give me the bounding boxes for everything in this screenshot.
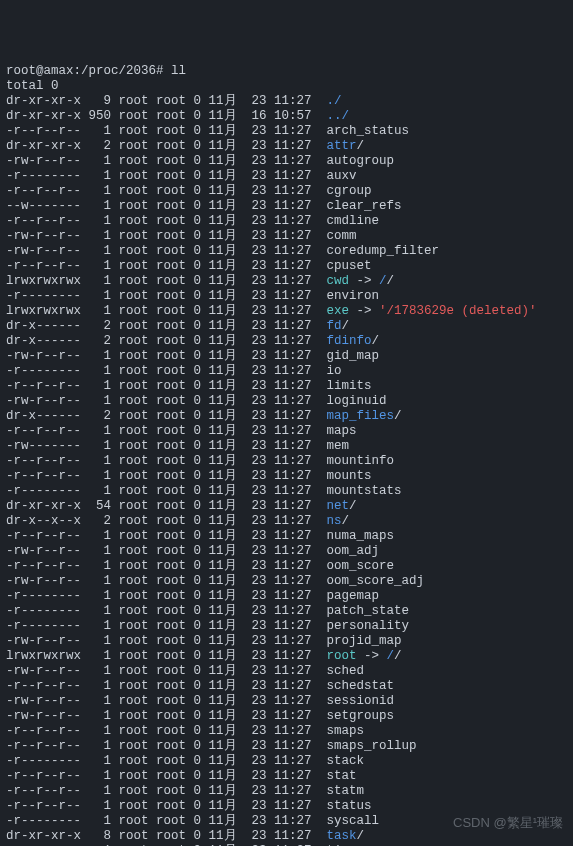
file-name: loginuid [327,394,387,408]
listing-row: -rw-r--r-- 1 root root 0 11月 23 11:27 oo… [6,544,567,559]
file-name: patch_state [327,604,410,618]
listing-row: dr-x------ 2 root root 0 11月 23 11:27 ma… [6,409,567,424]
listing-row: -r--r--r-- 1 root root 0 11月 23 11:27 nu… [6,529,567,544]
listing-row: -r-------- 1 root root 0 11月 23 11:27 io [6,364,567,379]
file-name: cpuset [327,259,372,273]
listing-row: dr-x------ 2 root root 0 11月 23 11:27 fd… [6,334,567,349]
listing-row: -r--r--r-- 1 root root 0 11月 23 11:27 sm… [6,724,567,739]
file-name: sessionid [327,694,395,708]
listing-row: -rw-r--r-- 1 root root 0 11月 23 11:27 gi… [6,349,567,364]
listing-row: dr-xr-xr-x 54 root root 0 11月 23 11:27 n… [6,499,567,514]
listing-row: -r--r--r-- 1 root root 0 11月 23 11:27 sc… [6,679,567,694]
file-name: oom_score [327,559,395,573]
watermark-text: CSDN @繁星¹璀璨 [453,815,563,830]
file-name: cwd [327,274,350,288]
listing-row: -r--r--r-- 1 root root 0 11月 23 11:27 cm… [6,214,567,229]
file-name: attr [327,139,357,153]
file-name: cmdline [327,214,380,228]
listing-row: -rw-r--r-- 1 root root 0 11月 23 11:27 lo… [6,394,567,409]
command-text: ll [171,64,186,78]
file-name: pagemap [327,589,380,603]
listing-row: -r--r--r-- 1 root root 0 11月 23 11:27 oo… [6,559,567,574]
listing-row: -r--r--r-- 1 root root 0 11月 23 11:27 st… [6,769,567,784]
listing-row: dr-xr-xr-x 2 root root 0 11月 23 11:27 at… [6,139,567,154]
listing-row: -r--r--r-- 1 root root 0 11月 23 11:27 ar… [6,124,567,139]
file-name: clear_refs [327,199,402,213]
listing-row: -rw------- 1 root root 0 11月 23 11:27 me… [6,439,567,454]
listing-row: -r--r--r-- 1 root root 0 11月 23 11:27 sm… [6,739,567,754]
listing-row: -rw-r--r-- 1 root root 0 11月 23 11:27 oo… [6,574,567,589]
listing-row: dr-xr-xr-x 950 root root 0 11月 16 10:57 … [6,109,567,124]
file-name: task [327,829,357,843]
listing-row: -rw-r--r-- 1 root root 0 11月 23 11:27 se… [6,694,567,709]
file-name: fdinfo [327,334,372,348]
file-name: stat [327,769,357,783]
listing-row: -r-------- 1 root root 0 11月 23 11:27 pe… [6,619,567,634]
file-name: comm [327,229,357,243]
file-name: limits [327,379,372,393]
listing-row: -r--r--r-- 1 root root 0 11月 23 11:27 cg… [6,184,567,199]
link-target: / [379,274,387,288]
total-line: total 0 [6,79,567,94]
terminal-output[interactable]: root@amax:/proc/2036# lltotal 0dr-xr-xr-… [6,64,567,846]
file-name: maps [327,424,357,438]
file-name: schedstat [327,679,395,693]
file-name: mountinfo [327,454,395,468]
listing-row: dr-xr-xr-x 8 root root 0 11月 23 11:27 ta… [6,829,567,844]
link-target: / [387,649,395,663]
file-name: mounts [327,469,372,483]
listing-row: -r--r--r-- 1 root root 0 11月 23 11:27 mo… [6,454,567,469]
file-name: numa_maps [327,529,395,543]
file-name: autogroup [327,154,395,168]
file-name: projid_map [327,634,402,648]
listing-row: -r-------- 1 root root 0 11月 23 11:27 pa… [6,589,567,604]
listing-row: lrwxrwxrwx 1 root root 0 11月 23 11:27 ex… [6,304,567,319]
listing-row: -r--r--r-- 1 root root 0 11月 23 11:27 ma… [6,424,567,439]
listing-row: dr-x------ 2 root root 0 11月 23 11:27 fd… [6,319,567,334]
file-name: setgroups [327,709,395,723]
link-target: '/1783629e (deleted)' [379,304,537,318]
listing-row: -rw-r--r-- 1 root root 0 11月 23 11:27 sc… [6,664,567,679]
file-name: statm [327,784,365,798]
file-name: sched [327,664,365,678]
file-name: oom_score_adj [327,574,425,588]
file-name: environ [327,289,380,303]
file-name: cgroup [327,184,372,198]
file-name: coredump_filter [327,244,440,258]
file-name: ./ [327,94,342,108]
file-name: stack [327,754,365,768]
listing-row: -r-------- 1 root root 0 11月 23 11:27 en… [6,289,567,304]
file-name: auxv [327,169,357,183]
file-name: mountstats [327,484,402,498]
listing-row: -rw-r--r-- 1 root root 0 11月 23 11:27 pr… [6,634,567,649]
file-name: map_files [327,409,395,423]
listing-row: dr-xr-xr-x 9 root root 0 11月 23 11:27 ./ [6,94,567,109]
listing-row: -r--r--r-- 1 root root 0 11月 23 11:27 st… [6,799,567,814]
listing-row: -rw-r--r-- 1 root root 0 11月 23 11:27 se… [6,709,567,724]
listing-row: dr-x--x--x 2 root root 0 11月 23 11:27 ns… [6,514,567,529]
listing-row: lrwxrwxrwx 1 root root 0 11月 23 11:27 ro… [6,649,567,664]
file-name: fd [327,319,342,333]
listing-row: -r-------- 1 root root 0 11月 23 11:27 au… [6,169,567,184]
file-name: ns [327,514,342,528]
prompt-user-host: root@amax [6,64,74,78]
file-name: root [327,649,357,663]
prompt-line: root@amax:/proc/2036# ll [6,64,567,79]
file-name: ../ [327,109,350,123]
file-name: io [327,364,342,378]
file-name: personality [327,619,410,633]
file-name: gid_map [327,349,380,363]
listing-row: -r-------- 1 root root 0 11月 23 11:27 pa… [6,604,567,619]
listing-row: -rw-r--r-- 1 root root 0 11月 23 11:27 co… [6,229,567,244]
prompt-cwd: /proc/2036 [81,64,156,78]
file-name: syscall [327,814,380,828]
listing-row: -r--r--r-- 1 root root 0 11月 23 11:27 li… [6,379,567,394]
file-name: arch_status [327,124,410,138]
listing-row: -r--r--r-- 1 root root 0 11月 23 11:27 mo… [6,469,567,484]
listing-row: -rw-r--r-- 1 root root 0 11月 23 11:27 co… [6,244,567,259]
file-name: status [327,799,372,813]
file-name: mem [327,439,350,453]
listing-row: lrwxrwxrwx 1 root root 0 11月 23 11:27 cw… [6,274,567,289]
listing-row: --w------- 1 root root 0 11月 23 11:27 cl… [6,199,567,214]
listing-row: -r-------- 1 root root 0 11月 23 11:27 st… [6,754,567,769]
